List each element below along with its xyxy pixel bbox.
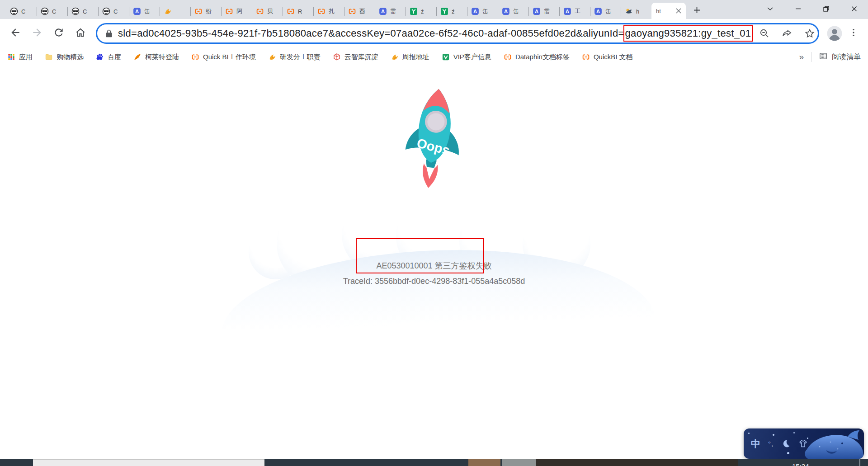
tab[interactable]: A缶	[467, 4, 498, 19]
new-tab-button[interactable]	[690, 5, 703, 17]
moon-icon[interactable]	[781, 439, 791, 448]
close-tab-icon[interactable]	[675, 7, 682, 14]
smiley-sunglasses-icon	[102, 7, 110, 15]
home-button[interactable]	[71, 24, 90, 42]
url-bar[interactable]: sld=ad0c4025-93b5-454e-921f-7b518080ace7…	[96, 23, 819, 44]
tab[interactable]: h	[621, 4, 651, 19]
reading-list-button[interactable]: 阅读清单	[819, 52, 861, 62]
bookmark-item[interactable]: Dataphin文档标签	[504, 53, 570, 61]
bookmark-label: 周报地址	[402, 53, 429, 61]
tab-active[interactable]: ht	[651, 3, 686, 19]
tab-title: 阿	[236, 7, 242, 15]
blue-a-icon: A	[563, 7, 571, 15]
tab[interactable]: ź	[437, 4, 467, 19]
close-window-button[interactable]	[840, 0, 868, 19]
ime-toolbar[interactable]: 中 °,	[744, 428, 864, 459]
ime-punctuation-button[interactable]: °,	[768, 440, 774, 447]
tshirt-skin-icon[interactable]	[798, 439, 808, 448]
green-y-icon	[410, 7, 418, 15]
bookmark-item[interactable]: QuickBI 文档	[582, 53, 633, 61]
tab[interactable]: C	[37, 4, 67, 19]
bookmark-label: Quick BI工作环境	[203, 53, 256, 61]
aliyun-brackets-icon	[225, 7, 233, 15]
bookmark-label: 云智库沉淀	[344, 53, 378, 61]
baidu-paw-icon	[96, 53, 104, 61]
tab[interactable]: A缶	[129, 4, 160, 19]
tab[interactable]: C	[68, 4, 98, 19]
bookmarks-overflow-button[interactable]: »	[799, 52, 804, 62]
bookmark-item[interactable]: 研发分工职责	[268, 53, 321, 61]
tab[interactable]: ź	[406, 4, 436, 19]
aliyun-brackets-icon	[504, 53, 512, 61]
tab-title: C	[21, 8, 25, 15]
reload-button[interactable]	[50, 24, 68, 42]
window-controls	[756, 0, 868, 19]
reading-list-label: 阅读清单	[832, 52, 861, 62]
tab[interactable]: A缶	[590, 4, 621, 19]
tab[interactable]: 扎	[314, 4, 344, 19]
lock-icon[interactable]	[104, 29, 113, 38]
page-content: Oops AE0530010001 第三方鉴权失败 TraceId: 3556b…	[0, 66, 868, 459]
tab-title: C	[113, 8, 118, 15]
bookmark-item[interactable]: 柯莱特登陆	[133, 53, 179, 61]
aliyun-brackets-icon	[317, 7, 326, 15]
bookmark-label: 百度	[108, 53, 121, 61]
tab-title: C	[83, 8, 87, 15]
ime-icons: 中 °,	[751, 428, 808, 459]
tab[interactable]: A工	[560, 4, 590, 19]
restore-icon	[823, 5, 830, 14]
bookmark-item[interactable]: Quick BI工作环境	[191, 53, 256, 61]
url-text[interactable]: sld=ad0c4025-93b5-454e-921f-7b518080ace7…	[118, 25, 753, 42]
taskbar[interactable]: 15:24	[0, 459, 868, 466]
browser-menu-button[interactable]	[845, 25, 862, 42]
tab[interactable]: R	[283, 4, 313, 19]
bookmark-star-icon[interactable]	[804, 28, 815, 39]
zoom-out-icon[interactable]	[759, 28, 770, 39]
minimize-button[interactable]	[784, 0, 812, 19]
tab[interactable]: A缶	[498, 4, 528, 19]
tab[interactable]	[160, 4, 190, 19]
tab-title: C	[52, 8, 56, 15]
tab[interactable]: 阿	[222, 4, 252, 19]
aliyun-brackets-icon	[194, 7, 203, 15]
forward-button[interactable]	[28, 24, 46, 42]
bookmark-item[interactable]: 云智库沉淀	[333, 53, 378, 61]
bookmarks-list: 应用购物精选百度柯莱特登陆Quick BI工作环境研发分工职责云智库沉淀周报地址…	[7, 53, 633, 61]
svg-text:A: A	[135, 9, 139, 14]
chevron-down-icon	[767, 5, 774, 14]
ime-chinese-mode-button[interactable]: 中	[751, 438, 760, 450]
bookmark-item[interactable]: 购物精选	[45, 53, 84, 61]
bookmark-item[interactable]: 应用	[7, 53, 33, 61]
plus-icon	[693, 7, 700, 15]
gold-bird-icon	[268, 53, 276, 61]
aliyun-brackets-icon	[348, 7, 356, 15]
orange-feather-icon	[133, 53, 142, 61]
tab[interactable]: A需	[375, 4, 406, 19]
svg-text:A: A	[535, 9, 538, 14]
tab[interactable]: 酉	[344, 4, 375, 19]
bookmark-label: 研发分工职责	[280, 53, 321, 61]
profile-avatar[interactable]	[826, 25, 843, 42]
taskbar-divider	[859, 459, 860, 466]
browser-window: CCCCA缶纷阿贝R扎酉A需źźA缶A缶A需A工A缶hht sld=ad0c40…	[0, 0, 868, 466]
divider	[811, 52, 811, 62]
green-v-icon	[442, 53, 450, 61]
tab-title: h	[636, 8, 639, 15]
tab[interactable]: 纷	[191, 4, 221, 19]
share-icon[interactable]	[782, 28, 793, 39]
tab[interactable]: C	[99, 4, 129, 19]
tab-search-button[interactable]	[756, 0, 784, 19]
back-button[interactable]	[6, 24, 24, 42]
trace-id-text: TraceId: 3556bbdf-d0ec-4298-83f1-055a4a5…	[0, 277, 868, 286]
bookmark-item[interactable]: 周报地址	[391, 53, 429, 61]
restore-button[interactable]	[812, 0, 840, 19]
bookmark-item[interactable]: 百度	[96, 53, 121, 61]
tab[interactable]: C	[6, 4, 37, 19]
tab-title: 缶	[605, 7, 611, 15]
home-icon	[75, 27, 86, 40]
aliyun-brackets-icon	[582, 53, 590, 61]
tab[interactable]: A需	[529, 4, 559, 19]
bookmark-item[interactable]: VIP客户信息	[442, 53, 491, 61]
url-actions	[753, 28, 815, 39]
tab[interactable]: 贝	[252, 4, 283, 19]
